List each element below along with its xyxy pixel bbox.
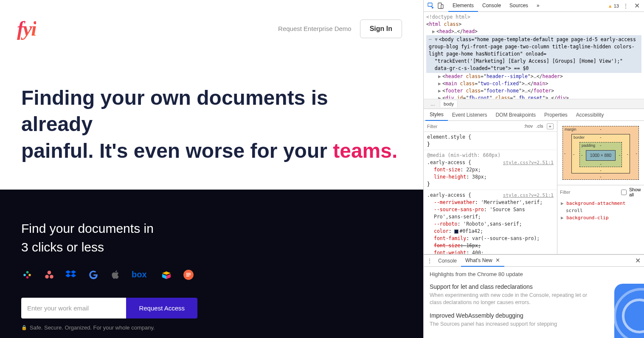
site-header: fyi Request Enterprise Demo Sign In — [0, 0, 423, 49]
crumb-root[interactable]: … — [427, 101, 439, 107]
enterprise-demo-link[interactable]: Request Enterprise Demo — [278, 25, 352, 32]
website-pane: fyi Request Enterprise Demo Sign In Find… — [0, 0, 423, 338]
styles-panel: :hov .cls + element.style { } @media (mi… — [424, 121, 644, 254]
computed-panel: margin - - - - border - - - - padding - — [557, 121, 644, 254]
drawer-tab-console[interactable]: Console — [434, 255, 461, 266]
warning-badge[interactable]: ▲13 — [608, 3, 619, 8]
svg-rect-0 — [23, 274, 25, 276]
subheadline: Find your documents in 3 clicks or less — [21, 219, 402, 256]
styles-filter-input[interactable] — [425, 123, 524, 130]
dom-header[interactable]: ▶<header class="header--simple">…</heade… — [426, 73, 641, 80]
hero-line1: Finding your own documents is already — [21, 87, 328, 135]
css-early-access-block[interactable]: .early-access {style.css?v=2.51:1 --merr… — [424, 190, 557, 254]
cls-toggle[interactable]: .cls — [536, 123, 543, 129]
dropbox-icon — [65, 269, 77, 281]
computed-list[interactable]: ▶ background-attachment scroll ▶ backgro… — [557, 199, 644, 222]
hero: Finding your own documents is already pa… — [0, 49, 423, 190]
dom-head[interactable]: ▶<head>…</head> — [426, 28, 641, 35]
svg-rect-9 — [186, 273, 191, 274]
drawer-headline: Highlights from the Chrome 80 update — [430, 271, 638, 277]
dom-body-selected[interactable]: ⋯▼<body class="home page-template-defaul… — [426, 35, 641, 73]
tab-event-listeners[interactable]: Event Listeners — [448, 109, 492, 120]
email-input[interactable] — [21, 298, 126, 318]
box-icon: box — [132, 269, 150, 281]
drawer-body: Highlights from the Chrome 80 update Sup… — [424, 267, 644, 338]
tab-console[interactable]: Console — [478, 0, 505, 12]
svg-point-6 — [50, 275, 53, 279]
device-toggle-icon[interactable] — [436, 1, 445, 11]
tab-elements[interactable]: Elements — [448, 0, 478, 12]
computed-filter-input[interactable] — [560, 190, 619, 195]
css-source-link-2[interactable]: style.css?v=2.51:1 — [503, 192, 554, 199]
breadcrumb-bar: … body — [424, 99, 644, 109]
warning-icon: ▲ — [608, 3, 613, 8]
dark-section: Find your documents in 3 clicks or less … — [0, 190, 423, 338]
add-rule[interactable]: + — [547, 123, 554, 129]
dom-html[interactable]: <html class> — [426, 21, 641, 28]
dom-div[interactable]: ▶<div id="fb-root" class=" fb_reset">…</… — [426, 95, 641, 99]
svg-rect-11 — [186, 276, 190, 277]
apple-icon — [110, 269, 121, 281]
styles-filter-row: :hov .cls + — [424, 121, 557, 132]
hero-accent: teams. — [333, 140, 397, 162]
drawer-tab-close-icon[interactable]: ✕ — [495, 257, 500, 263]
hov-toggle[interactable]: :hov — [524, 123, 533, 129]
hero-headline: Finding your own documents is already pa… — [21, 85, 402, 164]
svg-point-4 — [48, 271, 51, 274]
tab-styles[interactable]: Styles — [425, 109, 448, 121]
css-source-link[interactable]: style.css?v=2.51:1 — [503, 159, 554, 166]
css-media-block[interactable]: @media (min-width: 660px) .early-access … — [424, 150, 557, 190]
svg-point-5 — [45, 275, 49, 279]
styles-tabs: Styles Event Listeners DOM Breakpoints P… — [424, 109, 644, 121]
tab-more[interactable]: » — [532, 0, 544, 12]
devtools-close-icon[interactable]: ✕ — [633, 2, 641, 10]
dom-main[interactable]: ▶<main class="two-col-fixed">…</main> — [426, 80, 641, 87]
hero-line2a: painful. It's even worse for your — [21, 140, 333, 162]
tab-sources[interactable]: Sources — [505, 0, 532, 12]
drawer-tabs: ⋮ Console What's New ✕ ✕ — [424, 255, 644, 267]
drawer-tab-whatsnew[interactable]: What's New ✕ — [461, 254, 504, 267]
airtable-icon — [160, 269, 172, 281]
svg-text:box: box — [132, 270, 147, 279]
computed-filter-row: Show all — [557, 185, 644, 199]
show-all-checkbox[interactable] — [621, 190, 627, 195]
css-element-style[interactable]: element.style { } — [424, 132, 557, 150]
drawer: ⋮ Console What's New ✕ ✕ Highlights from… — [424, 254, 644, 338]
google-icon — [87, 269, 99, 281]
lock-icon: 🔒 — [21, 325, 27, 330]
drawer-item: Improved WebAssembly debugging The Sourc… — [430, 312, 638, 328]
svg-rect-12 — [428, 3, 432, 6]
logo[interactable]: fyi — [17, 17, 36, 40]
devtools-menu-icon[interactable]: ⋮ — [622, 3, 630, 9]
signin-button[interactable]: Sign In — [360, 20, 402, 38]
box-model[interactable]: margin - - - - border - - - - padding - — [557, 121, 644, 185]
devtools-pane: Elements Console Sources » ▲13 ⋮ ✕ <!doc… — [423, 0, 644, 338]
tab-accessibility[interactable]: Accessibility — [572, 109, 608, 120]
crumb-body[interactable]: body — [440, 101, 458, 107]
drawer-close-icon[interactable]: ✕ — [633, 257, 642, 265]
integration-icons: box — [21, 269, 402, 281]
dom-footer[interactable]: ▶<footer class="footer-home">…</footer> — [426, 87, 641, 95]
svg-rect-1 — [26, 271, 28, 274]
header-right: Request Enterprise Demo Sign In — [278, 20, 402, 38]
svg-rect-3 — [26, 276, 28, 278]
slack-icon — [21, 269, 33, 281]
tab-dom-breakpoints[interactable]: DOM Breakpoints — [491, 109, 540, 120]
styles-rules: :hov .cls + element.style { } @media (mi… — [424, 121, 557, 254]
dom-doctype[interactable]: <!doctype html> — [426, 14, 641, 21]
drawer-item: Support for let and class redeclarations… — [430, 283, 638, 306]
quip-icon — [183, 269, 194, 281]
dom-tree[interactable]: <!doctype html> <html class> ▶<head>…</h… — [424, 12, 644, 99]
request-access-button[interactable]: Request Access — [126, 298, 197, 318]
inspect-icon[interactable] — [426, 1, 436, 11]
asana-icon — [43, 269, 55, 281]
drawer-menu-icon[interactable]: ⋮ — [425, 258, 434, 264]
devtools-topbar: Elements Console Sources » ▲13 ⋮ ✕ — [424, 0, 644, 12]
secure-text: 🔒 Safe. Secure. Organized. For your whol… — [21, 324, 402, 331]
email-form: Request Access — [21, 298, 197, 318]
tab-properties[interactable]: Properties — [540, 109, 572, 120]
devtools-tabs: Elements Console Sources » — [445, 0, 608, 12]
filter-actions: :hov .cls + — [524, 123, 555, 129]
svg-rect-14 — [441, 5, 443, 8]
svg-rect-2 — [28, 274, 31, 276]
